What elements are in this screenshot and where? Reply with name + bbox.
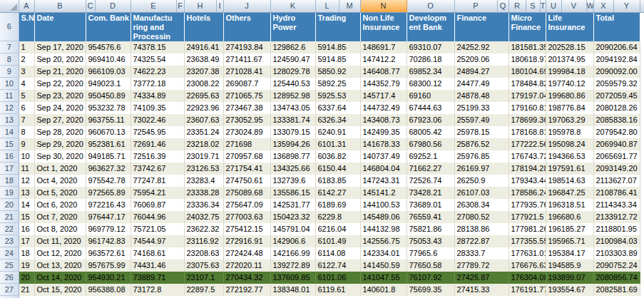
cell-non-life-insurance-row17[interactable]: 146804.04 — [360, 163, 407, 175]
cell-micro-finance-row18[interactable]: 179343.44 — [508, 175, 546, 187]
cell-life-insurance-row19[interactable]: 196847.25 — [546, 187, 593, 199]
cell-total-row21[interactable]: 2133912.72 — [593, 211, 640, 223]
cell-development-bank-row20[interactable]: 73689.01 — [407, 199, 454, 211]
cell-others-row11[interactable]: 271065.75 — [223, 90, 270, 102]
cell-sn-row16[interactable]: 10 — [19, 150, 34, 163]
header-life-insurance[interactable]: Life Insurance — [546, 12, 593, 41]
column-letter-T[interactable]: T — [540, 0, 546, 12]
cell-hydro-power-row15[interactable]: 135994.26 — [270, 138, 315, 150]
cell-sn-row25[interactable]: 19 — [19, 260, 34, 272]
cell-trading-row22[interactable]: 6216.04 — [315, 223, 360, 235]
cell-hotels-row21[interactable]: 24032.75 — [184, 211, 223, 223]
cell-others-row14[interactable]: 273024.89 — [223, 126, 270, 138]
cell-hydro-power-row26[interactable]: 137609.85 — [270, 272, 315, 284]
cell-development-bank-row19[interactable]: 73428.21 — [407, 187, 454, 199]
cell-hotels-row17[interactable]: 23126.53 — [184, 163, 223, 175]
row-header-19[interactable]: 19 — [0, 187, 19, 199]
cell-non-life-insurance-row27[interactable]: 140601.8 — [360, 284, 407, 296]
cell-total-row18[interactable]: 2113627.07 — [593, 175, 640, 187]
empty-edge-cell[interactable] — [640, 211, 644, 223]
cell-com-bank-row24[interactable]: 963572.61 — [86, 247, 131, 260]
cell-date-row24[interactable]: Oct 12, 2020 — [34, 247, 86, 260]
cell-life-insurance-row15[interactable]: 195098.24 — [546, 138, 593, 150]
column-letter-K[interactable]: K — [270, 0, 315, 12]
empty-edge-cell[interactable] — [640, 175, 644, 187]
cell-life-insurance-row7[interactable]: 202528.15 — [546, 41, 593, 53]
cell-hydro-power-row19[interactable]: 135586.15 — [270, 187, 315, 199]
cell-development-bank-row8[interactable]: 70286.18 — [407, 53, 454, 66]
cell-trading-row20[interactable]: 6189.69 — [315, 199, 360, 211]
column-letter-F[interactable]: F — [176, 0, 184, 12]
row-header-21[interactable]: 21 — [0, 211, 19, 223]
cell-non-life-insurance-row12[interactable]: 144732.49 — [360, 102, 407, 114]
cell-total-row20[interactable]: 2114343.34 — [593, 199, 640, 211]
row-header-14[interactable]: 14 — [0, 126, 19, 138]
cell-com-bank-row10[interactable]: 949023.1 — [86, 78, 131, 90]
empty-edge-cell[interactable] — [640, 223, 644, 235]
cell-hydro-power-row22[interactable]: 145791.04 — [270, 223, 315, 235]
cell-finance-row23[interactable]: 28722.87 — [454, 235, 508, 247]
cell-non-life-insurance-row19[interactable]: 145141.2 — [360, 187, 407, 199]
cell-total-row19[interactable]: 2108786.41 — [593, 187, 640, 199]
empty-edge-cell[interactable] — [640, 260, 644, 272]
column-letter-M[interactable]: M — [339, 0, 360, 12]
cell-com-bank-row12[interactable]: 953232.78 — [86, 102, 131, 114]
cell-non-life-insurance-row14[interactable]: 142499.35 — [360, 126, 407, 138]
empty-edge-cell[interactable] — [640, 150, 644, 163]
cell-micro-finance-row19[interactable]: 178586.24 — [508, 187, 546, 199]
cell-sn-row11[interactable]: 5 — [19, 90, 34, 102]
cell-date-row22[interactable]: Oct 8, 2020 — [34, 223, 86, 235]
empty-edge-cell[interactable] — [640, 235, 644, 247]
cell-trading-row25[interactable]: 6122.74 — [315, 260, 360, 272]
row-header-17[interactable]: 17 — [0, 163, 19, 175]
cell-hotels-row19[interactable]: 23338.28 — [184, 187, 223, 199]
header-non-life-insurance[interactable]: Non Life Insurance — [360, 12, 407, 41]
empty-edge-cell[interactable] — [640, 90, 644, 102]
cell-com-bank-row19[interactable]: 972565.89 — [86, 187, 131, 199]
cell-total-row16[interactable]: 2065691.77 — [593, 150, 640, 163]
cell-micro-finance-row15[interactable]: 177222.56 — [508, 138, 546, 150]
cell-manufacturing-and-processing-row22[interactable]: 75721.05 — [131, 223, 184, 235]
header-manufacturing-and-processing[interactable]: Manufactu ring and Processin — [131, 12, 184, 41]
cell-life-insurance-row10[interactable]: 197740.12 — [546, 78, 593, 90]
cell-development-bank-row13[interactable]: 67923.06 — [407, 114, 454, 126]
cell-hotels-row16[interactable]: 23019.71 — [184, 150, 223, 163]
row-header-24[interactable]: 24 — [0, 247, 19, 260]
row-header-12[interactable]: 12 — [0, 102, 19, 114]
cell-development-bank-row15[interactable]: 67980.56 — [407, 138, 454, 150]
cell-hydro-power-row7[interactable]: 129862.6 — [270, 41, 315, 53]
cell-others-row8[interactable]: 271411.67 — [223, 53, 270, 66]
cell-trading-row23[interactable]: 6101.49 — [315, 235, 360, 247]
cell-finance-row10[interactable]: 24477.49 — [454, 78, 508, 90]
empty-edge-cell[interactable] — [640, 272, 644, 284]
cell-manufacturing-and-processing-row18[interactable]: 77247.81 — [131, 175, 184, 187]
cell-com-bank-row15[interactable]: 952381.61 — [86, 138, 131, 150]
empty-edge-cell[interactable] — [640, 114, 644, 126]
cell-finance-row15[interactable]: 25876.52 — [454, 138, 508, 150]
cell-manufacturing-and-processing-row19[interactable]: 75954.21 — [131, 187, 184, 199]
cell-com-bank-row7[interactable]: 954576.6 — [86, 41, 131, 53]
header-finance[interactable]: Finance — [454, 12, 508, 41]
cell-hotels-row15[interactable]: 23218.02 — [184, 138, 223, 150]
cell-date-row25[interactable]: Oct 13, 2020 — [34, 260, 86, 272]
cell-micro-finance-row14[interactable]: 178168.81 — [508, 126, 546, 138]
cell-date-row10[interactable]: Sep 22, 2020 — [34, 78, 86, 90]
column-letter-H[interactable]: H — [184, 0, 216, 12]
cell-non-life-insurance-row10[interactable]: 144352.79 — [360, 78, 407, 90]
cell-date-row13[interactable]: Sep 27, 2020 — [34, 114, 86, 126]
cell-sn-row12[interactable]: 6 — [19, 102, 34, 114]
header-hydro-power[interactable]: Hydro Power — [270, 12, 315, 41]
header-micro-finance[interactable]: Micro Finance — [508, 12, 546, 41]
column-letter-R[interactable]: R — [508, 0, 526, 12]
cell-manufacturing-and-processing-row13[interactable]: 73022.46 — [131, 114, 184, 126]
cell-non-life-insurance-row20[interactable]: 144100.53 — [360, 199, 407, 211]
cell-others-row18[interactable]: 274750.61 — [223, 175, 270, 187]
cell-non-life-insurance-row24[interactable]: 142334.01 — [360, 247, 407, 260]
cell-total-row27[interactable]: 2082581.69 — [593, 284, 640, 296]
cell-micro-finance-row26[interactable]: 176304.08 — [508, 272, 546, 284]
cell-hotels-row20[interactable]: 23336.34 — [184, 199, 223, 211]
row-header-15[interactable]: 15 — [0, 138, 19, 150]
row-header-11[interactable]: 11 — [0, 90, 19, 102]
cell-hydro-power-row20[interactable]: 142531.77 — [270, 199, 315, 211]
cell-com-bank-row18[interactable]: 975542.78 — [86, 175, 131, 187]
